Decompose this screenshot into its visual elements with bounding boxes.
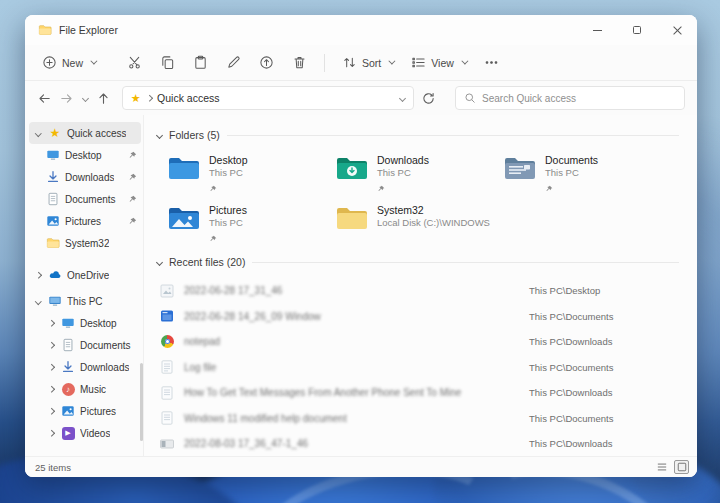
delete-button[interactable] [285, 50, 314, 75]
search-box[interactable] [455, 86, 685, 110]
file-row[interactable]: How To Get Text Messages From Another Ph… [159, 380, 679, 406]
file-location: This PC\Downloads [529, 438, 679, 449]
see-more-icon [484, 55, 499, 70]
sidebar-item-pc-desktop[interactable]: Desktop [42, 312, 141, 334]
file-row[interactable]: Windows 11 modified help document This P… [159, 406, 679, 432]
share-button[interactable] [252, 50, 281, 75]
large-icons-view-button[interactable] [674, 460, 689, 474]
see-more-button[interactable] [477, 50, 506, 75]
breadcrumb[interactable]: Quick access [157, 92, 219, 104]
chevron-right-icon[interactable] [46, 431, 56, 436]
file-location: This PC\Documents [529, 362, 679, 373]
chevron-right-icon[interactable] [33, 273, 43, 278]
sidebar-item-music[interactable]: ♪ Music [42, 378, 141, 400]
chevron-down-icon[interactable] [33, 299, 43, 304]
file-row[interactable]: notepad This PC\Downloads [159, 329, 679, 355]
sidebar-item-label: Videos [80, 428, 110, 439]
file-row[interactable]: 2022-06-28 17_31_46 This PC\Desktop [159, 278, 679, 304]
recent-files-section-header[interactable]: Recent files (20) [157, 254, 679, 270]
sidebar-item-pc-pictures[interactable]: Pictures [42, 400, 141, 422]
downloads-folder-icon [335, 154, 369, 182]
navigation-bar: ★ Quick access [25, 81, 697, 115]
folder-tile-documents[interactable]: Documents This PC [503, 152, 671, 197]
rename-button[interactable] [219, 50, 248, 75]
folder-tile-system32[interactable]: System32 Local Disk (C:)\WINDOWS [335, 202, 503, 247]
sidebar-item-label: OneDrive [67, 270, 109, 281]
cut-button[interactable] [120, 50, 149, 75]
sort-button[interactable]: Sort [335, 50, 400, 75]
collapse-chevron-icon[interactable] [156, 258, 163, 265]
file-row[interactable]: Log file This PC\Documents [159, 355, 679, 381]
collapse-chevron-icon[interactable] [156, 131, 163, 138]
titlebar[interactable]: File Explorer [25, 15, 697, 45]
new-button[interactable]: New [35, 50, 102, 75]
pane-divider [143, 115, 144, 456]
navigation-pane: ★ Quick access Desktop Downloads Documen… [25, 115, 143, 456]
minimize-button[interactable] [577, 15, 617, 45]
address-dropdown-icon[interactable] [399, 94, 406, 101]
close-button[interactable] [657, 15, 697, 45]
pin-icon [128, 195, 137, 204]
sidebar-item-pictures[interactable]: Pictures [42, 210, 141, 232]
minimize-icon [593, 30, 602, 31]
file-name: 2022-08-03 17_36_47-1_46 [184, 438, 308, 449]
sidebar-item-videos[interactable]: ▶ Videos [42, 422, 141, 444]
sidebar-item-downloads[interactable]: Downloads [42, 166, 141, 188]
folder-location: This PC [209, 217, 247, 229]
pictures-folder-icon [167, 204, 201, 232]
file-row[interactable]: 2022-06-28 14_26_09 Window This PC\Docum… [159, 304, 679, 330]
copy-button[interactable] [153, 50, 182, 75]
forward-icon[interactable] [59, 90, 74, 106]
paste-button[interactable] [186, 50, 215, 75]
folders-section-header[interactable]: Folders (5) [157, 127, 679, 143]
sidebar-item-label: System32 [65, 238, 109, 249]
sidebar-item-onedrive[interactable]: OneDrive [29, 264, 141, 286]
details-view-button[interactable] [654, 460, 669, 474]
desktop-icon [46, 148, 60, 162]
refresh-icon[interactable] [421, 90, 436, 106]
sidebar-item-pc-documents[interactable]: Documents [42, 334, 141, 356]
recent-files-section-title: Recent files (20) [169, 256, 245, 268]
search-input[interactable] [482, 93, 676, 104]
address-bar[interactable]: ★ Quick access [122, 86, 414, 110]
sidebar-item-label: Quick access [67, 128, 126, 139]
chevron-right-icon[interactable] [46, 321, 56, 326]
file-name: How To Get Text Messages From Another Ph… [184, 387, 461, 398]
up-icon[interactable] [95, 90, 110, 106]
folder-tile-downloads[interactable]: Downloads This PC [335, 152, 503, 197]
sidebar-scrollbar[interactable] [140, 363, 143, 441]
chevron-down-icon[interactable] [33, 131, 43, 136]
folder-icon [38, 23, 52, 37]
maximize-button[interactable] [617, 15, 657, 45]
doc-file-icon [159, 385, 175, 401]
items-count: 25 items [35, 462, 71, 473]
sidebar-item-system32[interactable]: System32 [42, 232, 141, 254]
sidebar-item-documents[interactable]: Documents [42, 188, 141, 210]
chevron-down-icon [90, 58, 97, 65]
chevron-right-icon[interactable] [46, 343, 56, 348]
sidebar-item-quick-access[interactable]: ★ Quick access [29, 122, 141, 144]
sidebar-item-this-pc[interactable]: This PC [29, 290, 141, 312]
view-button[interactable]: View [404, 50, 473, 75]
sidebar-item-pc-downloads[interactable]: Downloads [42, 356, 141, 378]
explorer-body: ★ Quick access Desktop Downloads Documen… [25, 115, 697, 456]
file-explorer-window: File Explorer New Sort [25, 15, 697, 477]
download-icon [61, 360, 75, 374]
recent-locations-icon[interactable] [82, 95, 89, 102]
sidebar-item-label: Documents [65, 194, 116, 205]
file-row[interactable]: 2022-08-03 17_36_47-1_46 This PC\Downloa… [159, 431, 679, 456]
section-divider [252, 262, 679, 263]
folder-tile-desktop[interactable]: Desktop This PC [167, 152, 335, 197]
chevron-right-icon[interactable] [46, 409, 56, 414]
chevron-right-icon[interactable] [46, 365, 56, 370]
chevron-right-icon[interactable] [46, 387, 56, 392]
search-icon [464, 92, 476, 104]
cloud-icon [48, 268, 62, 282]
view-icon [411, 55, 426, 70]
sidebar-item-desktop[interactable]: Desktop [42, 144, 141, 166]
folder-tile-pictures[interactable]: Pictures This PC [167, 202, 335, 247]
breadcrumb-chevron-icon [146, 95, 152, 101]
sidebar-item-label: Desktop [80, 318, 117, 329]
back-icon[interactable] [37, 90, 52, 106]
rename-icon [226, 55, 241, 70]
